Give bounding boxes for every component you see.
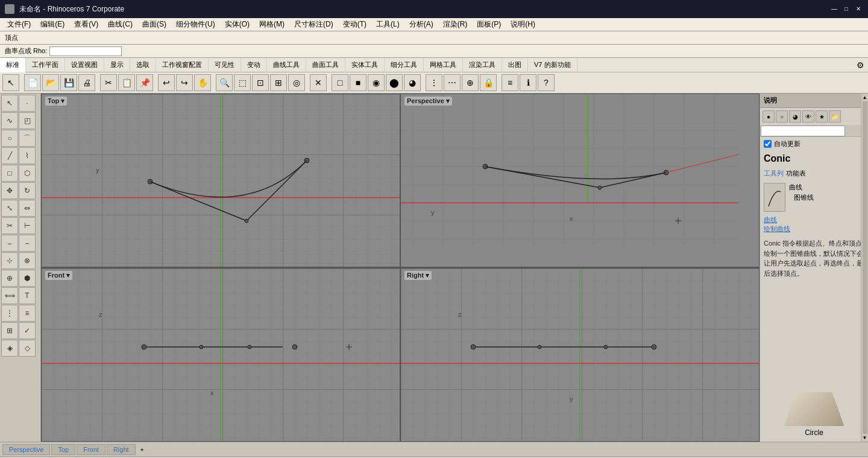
menu-edit[interactable]: 编辑(E) xyxy=(36,18,69,31)
tb-zoom-all[interactable]: ⊞ xyxy=(270,74,287,91)
menu-help[interactable]: 说明(H) xyxy=(506,18,540,31)
tb-print[interactable]: 🖨 xyxy=(78,74,95,91)
settings-icon[interactable]: ⚙ xyxy=(853,59,868,71)
lt-layer2[interactable]: ≡ xyxy=(19,305,36,322)
tb-snap1[interactable]: ⋮ xyxy=(426,74,442,91)
tb-undo[interactable]: ↩ xyxy=(158,74,175,91)
lt-chamfer[interactable]: ⌢ xyxy=(19,235,36,252)
vp-tab-top[interactable]: Top xyxy=(51,444,75,455)
tab-render-tools[interactable]: 渲染工具 xyxy=(463,58,502,72)
tab-curve-tools[interactable]: 曲线工具 xyxy=(267,58,306,72)
tb-save[interactable]: 💾 xyxy=(60,74,77,91)
rp-tool-list[interactable]: 工具列 xyxy=(764,169,784,178)
tb-material[interactable]: ◉ xyxy=(368,74,385,91)
tab-display[interactable]: 显示 xyxy=(104,58,130,72)
rp-icon-eye[interactable]: 👁 xyxy=(802,110,814,122)
viewport-right-label[interactable]: Right ▾ xyxy=(404,271,432,280)
tb-wire[interactable]: □ xyxy=(332,74,348,91)
lt-surface[interactable]: ◰ xyxy=(19,112,36,129)
menu-file[interactable]: 文件(F) xyxy=(2,18,36,31)
lt-rotate[interactable]: ↻ xyxy=(19,182,36,199)
tb-cut[interactable]: ✂ xyxy=(100,74,117,91)
lt-join[interactable]: ⊹ xyxy=(1,252,18,269)
tab-v7new[interactable]: V7 的新功能 xyxy=(528,58,577,72)
tb-pan[interactable]: ✋ xyxy=(194,74,211,91)
menu-subd[interactable]: 细分物件(U) xyxy=(171,18,220,31)
tab-workplane[interactable]: 工作平面 xyxy=(26,58,65,72)
lt-line[interactable]: ╱ xyxy=(1,147,18,164)
vp-tab-add[interactable]: + xyxy=(137,445,148,454)
rp-scrollbar[interactable]: ▲ ▼ xyxy=(861,94,868,442)
lt-arc[interactable]: ⌒ xyxy=(19,130,36,147)
tb-render[interactable]: ⬤ xyxy=(386,74,403,91)
lt-rect[interactable]: □ xyxy=(1,165,18,182)
viewport-front[interactable]: z x Front ▾ xyxy=(41,268,400,442)
tab-solid-tools[interactable]: 实体工具 xyxy=(345,58,385,72)
menu-dim[interactable]: 尺寸标注(D) xyxy=(289,18,338,31)
vp-tab-right[interactable]: Right xyxy=(107,444,136,455)
lt-extend[interactable]: ⊢ xyxy=(19,217,36,234)
rp-icon-sphere[interactable]: ● xyxy=(763,110,775,122)
rp-link-draw-curve[interactable]: 绘制曲线 xyxy=(764,224,864,234)
vp-tab-perspective[interactable]: Perspective xyxy=(2,444,50,455)
menu-panels[interactable]: 面板(P) xyxy=(472,18,506,31)
tb-delete[interactable]: ✕ xyxy=(310,74,327,91)
rp-icon-wire[interactable]: ○ xyxy=(776,110,788,122)
tb-shade[interactable]: ■ xyxy=(350,74,366,91)
tb-select-arrow[interactable]: ↖ xyxy=(2,74,19,91)
menu-tools[interactable]: 工具(L) xyxy=(371,18,404,31)
lt-text[interactable]: T xyxy=(19,287,36,304)
scroll-up-btn[interactable]: ▲ xyxy=(863,95,867,100)
window-controls[interactable]: — □ ✕ xyxy=(829,4,863,14)
menu-view[interactable]: 查看(V) xyxy=(69,18,103,31)
tab-subd-tools[interactable]: 细分工具 xyxy=(385,58,424,72)
menu-mesh[interactable]: 网格(M) xyxy=(254,18,289,31)
lt-curve[interactable]: ∿ xyxy=(1,112,18,129)
lt-polyline[interactable]: ⌇ xyxy=(19,147,36,164)
tab-visibility[interactable]: 可见性 xyxy=(209,58,241,72)
rp-search-input[interactable] xyxy=(761,126,845,136)
tab-mesh-tools[interactable]: 网格工具 xyxy=(424,58,463,72)
tb-new[interactable]: 📄 xyxy=(24,74,41,91)
lt-select[interactable]: ↖ xyxy=(1,95,18,112)
rp-link-curve[interactable]: 曲线 xyxy=(764,215,864,224)
rp-icon-color[interactable]: ◕ xyxy=(789,110,801,122)
tb-lock[interactable]: 🔒 xyxy=(480,74,497,91)
lt-circle[interactable]: ○ xyxy=(1,130,18,147)
minimize-button[interactable]: — xyxy=(829,4,839,14)
lt-solid[interactable]: ⬢ xyxy=(19,270,36,287)
menu-render[interactable]: 渲染(R) xyxy=(438,18,473,31)
menu-solid[interactable]: 实体(O) xyxy=(220,18,254,31)
lt-explode[interactable]: ⊗ xyxy=(19,252,36,269)
tb-snap2[interactable]: ⋯ xyxy=(444,74,461,91)
scroll-thumb[interactable] xyxy=(863,101,867,434)
tb-layer[interactable]: ≡ xyxy=(502,74,518,91)
rp-icon-star[interactable]: ★ xyxy=(816,110,828,122)
rp-tool-func[interactable]: 功能表 xyxy=(786,169,806,178)
tb-zoom-extent[interactable]: ⊡ xyxy=(252,74,269,91)
lt-point[interactable]: · xyxy=(19,95,36,112)
rp-autoupdate-check[interactable] xyxy=(764,140,772,148)
tab-select[interactable]: 选取 xyxy=(130,58,156,72)
tb-paste[interactable]: 📌 xyxy=(136,74,153,91)
tab-transform[interactable]: 变动 xyxy=(241,58,267,72)
tb-help[interactable]: ? xyxy=(538,74,555,91)
lt-misc2[interactable]: ◇ xyxy=(19,340,36,357)
tb-redo[interactable]: ↪ xyxy=(176,74,193,91)
tab-print[interactable]: 出图 xyxy=(502,58,528,72)
tab-setview[interactable]: 设置视图 xyxy=(65,58,104,72)
tb-prop[interactable]: ℹ xyxy=(520,74,536,91)
lt-move[interactable]: ✥ xyxy=(1,182,18,199)
lt-misc1[interactable]: ◈ xyxy=(1,340,18,357)
tab-standard[interactable]: 标准 xyxy=(0,58,26,72)
lt-boolean[interactable]: ⊕ xyxy=(1,270,18,287)
tb-snap3[interactable]: ⊕ xyxy=(462,74,479,91)
lt-grid[interactable]: ⊞ xyxy=(1,322,18,339)
tb-zoom-select[interactable]: ◎ xyxy=(288,74,305,91)
close-button[interactable]: ✕ xyxy=(854,4,863,14)
rp-autoupdate[interactable]: 自动更新 xyxy=(760,137,868,151)
lt-trim[interactable]: ✂ xyxy=(1,217,18,234)
menu-transform[interactable]: 变动(T) xyxy=(338,18,371,31)
tb-open[interactable]: 📂 xyxy=(42,74,59,91)
vp-tab-front[interactable]: Front xyxy=(77,444,105,455)
